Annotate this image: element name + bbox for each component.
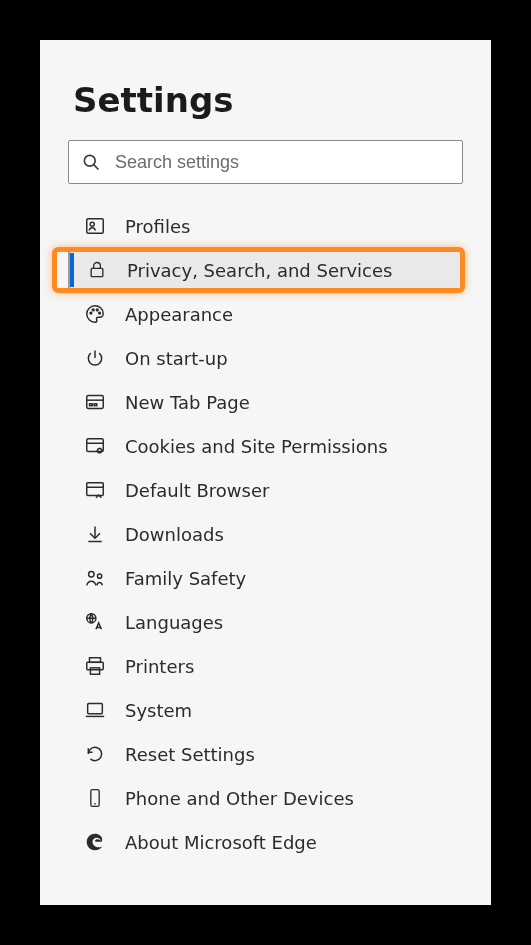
sidebar-item-label: Family Safety (125, 568, 246, 589)
sidebar-item-startup[interactable]: On start-up (68, 336, 463, 380)
laptop-icon (83, 698, 107, 722)
svg-line-1 (94, 165, 99, 170)
sidebar-item-printers[interactable]: Printers (68, 644, 463, 688)
sidebar-item-defaultbrowser[interactable]: Default Browser (68, 468, 463, 512)
svg-point-3 (90, 222, 94, 226)
svg-point-0 (84, 155, 95, 166)
download-icon (83, 522, 107, 546)
sidebar-item-label: Default Browser (125, 480, 269, 501)
sidebar-item-label: About Microsoft Edge (125, 832, 317, 853)
svg-rect-2 (87, 219, 104, 234)
sidebar-item-label: New Tab Page (125, 392, 250, 413)
svg-point-7 (96, 309, 98, 311)
sidebar-item-cookies[interactable]: Cookies and Site Permissions (68, 424, 463, 468)
profile-card-icon (83, 214, 107, 238)
svg-point-5 (90, 312, 92, 314)
svg-point-15 (97, 448, 101, 452)
search-input[interactable] (115, 152, 450, 173)
settings-inner: Settings Profiles (40, 80, 491, 864)
svg-rect-12 (94, 404, 97, 406)
sidebar-item-phone[interactable]: Phone and Other Devices (68, 776, 463, 820)
printer-icon (83, 654, 107, 678)
sidebar-item-label: System (125, 700, 192, 721)
svg-point-8 (99, 312, 101, 314)
sidebar-item-reset[interactable]: Reset Settings (68, 732, 463, 776)
svg-rect-25 (90, 668, 99, 674)
sidebar-item-about[interactable]: About Microsoft Edge (68, 820, 463, 864)
lock-icon (85, 258, 109, 282)
page-title: Settings (68, 80, 463, 120)
svg-point-20 (89, 572, 95, 578)
sidebar-item-label: Downloads (125, 524, 224, 545)
sidebar-item-label: Appearance (125, 304, 233, 325)
palette-icon (83, 302, 107, 326)
sidebar-item-downloads[interactable]: Downloads (68, 512, 463, 556)
settings-nav: Profiles Privacy, Search, and Services (68, 204, 463, 864)
svg-rect-26 (88, 704, 103, 714)
settings-panel: Settings Profiles (40, 40, 491, 905)
svg-point-21 (97, 574, 101, 578)
power-icon (83, 346, 107, 370)
sidebar-item-label: On start-up (125, 348, 228, 369)
sidebar-item-label: Reset Settings (125, 744, 255, 765)
svg-rect-4 (91, 268, 103, 276)
family-icon (83, 566, 107, 590)
site-perm-icon (83, 434, 107, 458)
sidebar-item-label: Phone and Other Devices (125, 788, 354, 809)
sidebar-item-label: Profiles (125, 216, 190, 237)
edge-icon (83, 830, 107, 854)
sidebar-item-label: Cookies and Site Permissions (125, 436, 388, 457)
sidebar-item-family[interactable]: Family Safety (68, 556, 463, 600)
sidebar-item-system[interactable]: System (68, 688, 463, 732)
phone-icon (83, 786, 107, 810)
sidebar-item-label: Languages (125, 612, 223, 633)
svg-rect-11 (90, 404, 93, 406)
search-box[interactable] (68, 140, 463, 184)
sidebar-item-label: Privacy, Search, and Services (127, 260, 392, 281)
svg-rect-9 (87, 396, 104, 409)
browser-icon (83, 478, 107, 502)
svg-rect-16 (87, 483, 104, 496)
language-icon (83, 610, 107, 634)
sidebar-item-newtab[interactable]: New Tab Page (68, 380, 463, 424)
sidebar-item-appearance[interactable]: Appearance (68, 292, 463, 336)
new-tab-icon (83, 390, 107, 414)
sidebar-item-languages[interactable]: Languages (68, 600, 463, 644)
annotation-highlight: Privacy, Search, and Services (68, 248, 463, 292)
sidebar-item-label: Printers (125, 656, 194, 677)
svg-point-6 (92, 309, 94, 311)
reset-icon (83, 742, 107, 766)
sidebar-item-profiles[interactable]: Profiles (68, 204, 463, 248)
search-icon (81, 152, 101, 172)
sidebar-item-privacy[interactable]: Privacy, Search, and Services (68, 248, 463, 292)
